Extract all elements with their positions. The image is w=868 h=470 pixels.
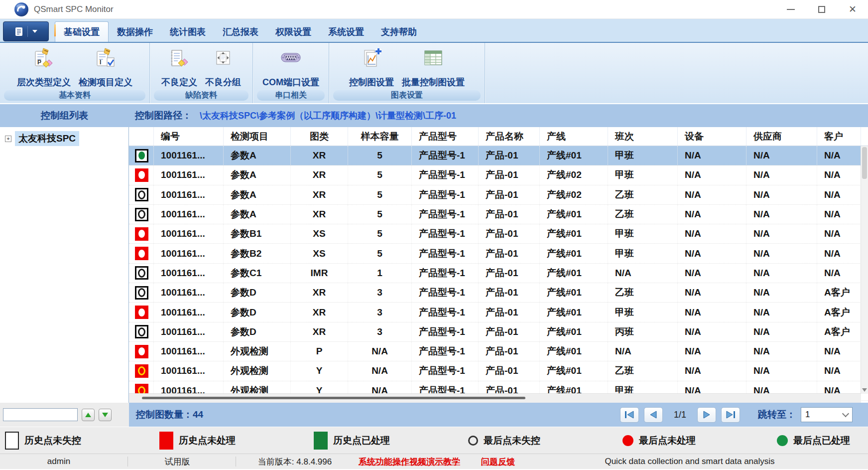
hierarchy-type-define-button[interactable]: P 层次类型定义 (14, 45, 73, 89)
maximize-button[interactable] (806, 0, 837, 18)
move-down-button[interactable] (99, 409, 112, 421)
table-row[interactable]: 1001161...外观检测YN/A产品型号-1产品-01产线#01乙班N/AN… (129, 361, 868, 381)
cell: 产品型号-1 (412, 244, 479, 263)
arrow-down-icon (102, 413, 108, 417)
feedback-link[interactable]: 问题反馈 (481, 456, 515, 468)
cell: 1001161... (154, 185, 224, 204)
next-page-button[interactable] (697, 407, 716, 423)
column-header-4[interactable]: 样本容量 (348, 127, 412, 146)
table-row[interactable]: 1001161...外观检测PN/A产品型号-1产品-01产线#01N/AN/A… (129, 342, 868, 361)
scroll-down-icon[interactable] (862, 388, 867, 392)
status-cell (129, 165, 154, 184)
tab-system-settings[interactable]: 系统设置 (320, 22, 372, 42)
status-icon-red-white (135, 306, 148, 319)
tab-basic-settings[interactable]: 基础设置 (55, 21, 109, 42)
legend-item: 历史点已处理 (314, 427, 390, 454)
table-row[interactable]: 1001161...参数C1IMR1产品型号-1产品-01产线#01N/AN/A… (129, 264, 868, 283)
minimize-button[interactable] (775, 0, 806, 18)
tab-permission-settings[interactable]: 权限设置 (267, 22, 320, 42)
tab-support-help[interactable]: 支持帮助 (372, 22, 425, 42)
app-logo-icon (14, 2, 29, 17)
vertical-scrollbar-thumb[interactable] (862, 147, 867, 179)
column-header-2[interactable]: 检测项目 (224, 127, 291, 146)
tab-statistic-charts[interactable]: 统计图表 (161, 22, 214, 42)
legend-swatch-circle-red (622, 435, 633, 446)
next-page-icon (703, 411, 711, 419)
legend-swatch-square-red (159, 432, 173, 450)
cell: N/A (817, 361, 861, 380)
close-button[interactable]: ✕ (837, 0, 868, 18)
column-header-11[interactable]: 客户 (817, 127, 861, 146)
ribbon-tab-bar: 基础设置 数据操作 统计图表 汇总报表 权限设置 系统设置 支持帮助 (0, 19, 868, 43)
cell: 1 (348, 264, 412, 283)
cell: 5 (348, 146, 412, 165)
column-header-9[interactable]: 设备 (678, 127, 746, 146)
video-tutorial-link[interactable]: 系统功能操作视频演示教学 (359, 456, 460, 468)
horizontal-scrollbar[interactable] (129, 393, 861, 403)
cell: 1001161... (154, 264, 224, 283)
table-row[interactable]: 1001161...参数DXR3产品型号-1产品-01产线#01甲班N/AN/A… (129, 303, 868, 322)
cell: 甲班 (608, 303, 678, 321)
tree-node-label: 太友科技SPC (15, 131, 79, 146)
table-row[interactable]: 1001161...参数AXR5产品型号-1产品-01产线#02乙班N/AN/A… (129, 185, 868, 205)
table-row[interactable]: 1001161...参数AXR5产品型号-1产品-01产线#02甲班N/AN/A… (129, 165, 868, 185)
prev-page-button[interactable] (644, 407, 663, 423)
cell: 参数D (224, 303, 291, 321)
cell: N/A (746, 361, 817, 380)
cell: 产线#02 (540, 185, 608, 204)
com-port-setting-button[interactable]: COM端口设置 (260, 45, 322, 89)
cell: 5 (348, 165, 412, 184)
legend-label: 最后点未处理 (639, 434, 696, 447)
column-header-10[interactable]: 供应商 (746, 127, 817, 146)
cell: N/A (608, 342, 678, 361)
first-page-button[interactable] (620, 407, 639, 423)
expand-icon[interactable]: + (5, 136, 11, 142)
last-page-button[interactable] (721, 407, 740, 423)
inspect-item-define-button[interactable]: I 检测项目定义 (76, 45, 135, 89)
cell: 产品型号-1 (412, 205, 479, 224)
table-row[interactable]: 1001161...参数AXR5产品型号-1产品-01产线#01乙班N/AN/A… (129, 205, 868, 224)
column-header-0[interactable] (129, 127, 154, 146)
legend-item: 最后点已处理 (777, 427, 850, 454)
jump-to-label: 跳转至： (758, 408, 796, 421)
cell: 产线#01 (540, 205, 608, 224)
list-icon (15, 27, 23, 36)
horizontal-scrollbar-thumb[interactable] (142, 397, 525, 399)
column-header-3[interactable]: 图类 (291, 127, 348, 146)
defect-define-button[interactable]: 不良定义 (159, 45, 200, 89)
cell: 产品-01 (479, 224, 540, 243)
status-cell (129, 342, 154, 361)
cell: N/A (746, 165, 817, 184)
tab-summary-reports[interactable]: 汇总报表 (214, 22, 267, 42)
table-row[interactable]: 1001161...参数AXR5产品型号-1产品-01产线#01甲班N/AN/A… (129, 146, 868, 165)
column-header-8[interactable]: 班次 (608, 127, 678, 146)
bottom-bar: 控制图数量：44 1/1 (0, 403, 868, 427)
cell: 产线#01 (540, 264, 608, 283)
ribbon-group-basic-data: P 层次类型定义 I 检测项目定义 (0, 43, 150, 103)
vertical-scrollbar[interactable] (861, 146, 868, 394)
tree-node-root[interactable]: + 太友科技SPC (0, 127, 128, 146)
column-header-6[interactable]: 产品名称 (479, 127, 540, 146)
move-up-button[interactable] (82, 409, 95, 421)
column-header-5[interactable]: 产品型号 (412, 127, 479, 146)
legend-item: 历史点未处理 (159, 427, 236, 454)
defect-group-button[interactable]: 不良分组 (203, 45, 244, 89)
cell: 产品型号-1 (412, 322, 479, 341)
jump-page-select[interactable]: 1 (801, 407, 853, 422)
status-cell (129, 283, 154, 302)
table-row[interactable]: 1001161...参数B2XS5产品型号-1产品-01产线#01甲班N/AN/… (129, 244, 868, 263)
control-chart-setting-button[interactable]: 控制图设置 (347, 45, 396, 89)
column-header-1[interactable]: 编号 (154, 127, 224, 146)
cell: 参数B2 (224, 244, 291, 263)
cell: N/A (817, 205, 861, 224)
table-row[interactable]: 1001161...参数DXR3产品型号-1产品-01产线#01丙班N/AN/A… (129, 322, 868, 342)
table-row[interactable]: 1001161...参数DXR3产品型号-1产品-01产线#01乙班N/AN/A… (129, 283, 868, 303)
table-row[interactable]: 1001161...参数B1XS5产品型号-1产品-01产线#01甲班N/AN/… (129, 224, 868, 244)
status-icon-white-outline (135, 266, 148, 280)
search-input[interactable] (3, 408, 78, 421)
app-menu-button[interactable] (3, 21, 49, 41)
batch-control-chart-setting-button[interactable]: 批量控制图设置 (399, 45, 467, 89)
cell: N/A (678, 283, 746, 302)
column-header-7[interactable]: 产线 (540, 127, 608, 146)
tab-data-operations[interactable]: 数据操作 (109, 22, 161, 42)
